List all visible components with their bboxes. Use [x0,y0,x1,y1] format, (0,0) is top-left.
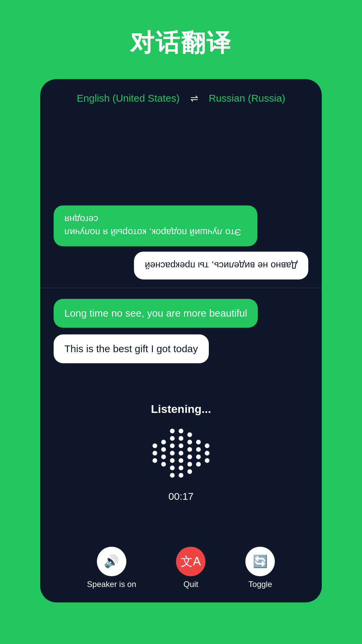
russian-message-2: Давно не виделись, ты прекрасней [134,252,308,279]
listening-area: Listening... [40,369,322,542]
source-language[interactable]: English (United States) [77,93,180,104]
language-header: English (United States) ⇌ Russian (Russi… [40,79,322,112]
dot [153,443,157,448]
wave-col-4 [179,429,183,478]
waveform-visualization [153,426,209,480]
toggle-button[interactable]: 🔄 [245,547,275,576]
dot [179,466,183,470]
target-language[interactable]: Russian (Russia) [209,93,285,104]
dot [161,454,166,459]
dot [161,447,166,452]
app-title: 对话翻译 [130,27,232,59]
dot [179,451,183,455]
dot [196,447,201,452]
dot [170,473,175,478]
dot [170,443,175,448]
toggle-control: 🔄 Toggle [245,547,275,589]
recording-timer: 00:17 [168,491,193,502]
dot [179,443,183,448]
upper-chat-area: Это лучший подарок, который я получил се… [40,112,322,288]
dot [196,454,201,459]
dot [187,462,192,467]
listening-status: Listening... [151,402,211,416]
english-message-2: This is the best gift I got today [54,334,209,363]
dot [187,469,192,474]
translator-card: English (United States) ⇌ Russian (Russi… [40,79,322,602]
russian-message-1: Это лучший подарок, который я получил се… [54,205,257,246]
dot [196,462,201,467]
dot [170,429,175,433]
dot [170,436,175,441]
dot [205,458,209,463]
dot [153,451,157,455]
wave-col-5 [187,432,192,474]
dot [205,451,209,455]
quit-button[interactable]: 文A [176,547,205,576]
wave-col-2 [161,440,166,467]
dot [153,458,157,463]
wave-col-7 [205,443,209,463]
speaker-label: Speaker is on [87,580,136,589]
swap-icon[interactable]: ⇌ [190,93,198,104]
dot [187,432,192,437]
dot [187,454,192,459]
quit-control: 文A Quit [176,547,205,589]
english-message-1: Long time no see, you are more beautiful [54,299,258,328]
dot [170,458,175,463]
dot [187,447,192,452]
dot [161,440,166,444]
wave-col-6 [196,440,201,467]
dot [170,451,175,455]
quit-label: Quit [183,580,198,589]
speaker-button[interactable]: 🔊 [97,547,126,576]
bottom-controls: 🔊 Speaker is on 文A Quit 🔄 Toggle [40,541,322,602]
wave-col-3 [170,429,175,478]
dot [205,443,209,448]
dot [187,440,192,444]
dot [161,462,166,467]
speaker-control: 🔊 Speaker is on [87,547,136,589]
lower-chat-area: Long time no see, you are more beautiful… [40,288,322,369]
dot [179,458,183,463]
dot [170,466,175,470]
dot [179,473,183,478]
dot [196,440,201,444]
wave-col-1 [153,443,157,463]
dot [179,436,183,441]
toggle-label: Toggle [248,580,272,589]
dot [179,429,183,433]
